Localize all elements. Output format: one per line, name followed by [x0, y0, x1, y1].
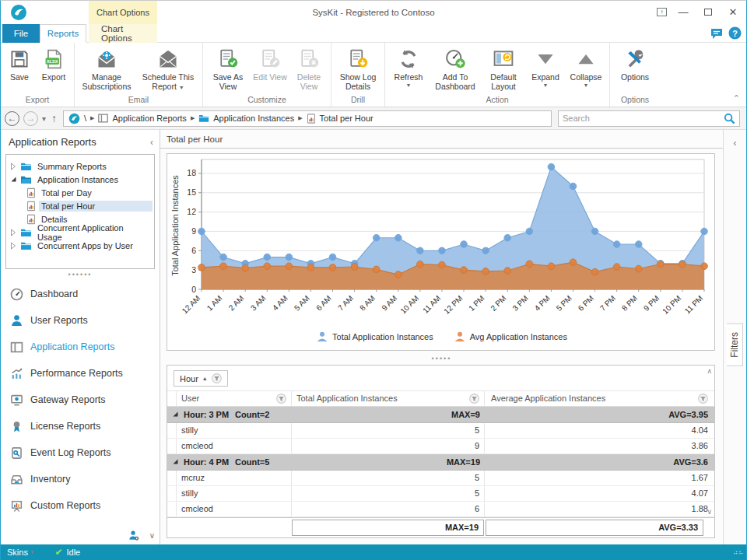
sort-asc-icon: ▲: [202, 376, 208, 381]
group-collapse-icon[interactable]: [172, 458, 179, 465]
series-marker-icon: [316, 331, 328, 342]
nav-item-performance-reports[interactable]: Performance Reports: [1, 360, 160, 387]
group-row-4pm[interactable]: Hour: 4 PM Count=5 MAX=19 AVG=3.6: [167, 454, 714, 471]
tree-item-concurrent-application-usage[interactable]: Concurrent Application Usage: [9, 226, 153, 239]
up-button[interactable]: ↑: [51, 112, 57, 124]
show-log-details-button[interactable]: Show Log Details: [334, 47, 382, 92]
rail-collapse-chevron-icon[interactable]: ‹: [724, 130, 746, 149]
refresh-button[interactable]: Refresh ▼: [388, 47, 430, 88]
svg-text:4 PM: 4 PM: [533, 294, 552, 313]
default-layout-button[interactable]: Default Layout: [481, 47, 526, 92]
schedule-this-report-button[interactable]: Schedule This Report ▼: [136, 47, 200, 92]
tree-item-total-per-hour[interactable]: Total per Hour: [9, 199, 153, 212]
filters-tab[interactable]: Filters: [727, 324, 743, 366]
table-scroll-down-icon[interactable]: ∨: [707, 508, 712, 516]
nav-item-inventory[interactable]: Inventory: [1, 466, 160, 492]
export-button[interactable]: XLSX Export: [36, 47, 72, 82]
nav-item-dashboard[interactable]: Dashboard: [1, 281, 160, 307]
expand-button[interactable]: Expand ▼: [526, 47, 565, 88]
nav-item-gateway-reports[interactable]: Gateway Reports: [1, 387, 160, 413]
breadcrumb-item[interactable]: Application Reports: [112, 114, 186, 123]
tab-file[interactable]: File: [2, 24, 40, 43]
tree-item-concurrent-apps-by-user[interactable]: Concurrent Apps by User: [9, 239, 153, 252]
group-row-3pm[interactable]: Hour: 3 PM Count=2 MAX=9 AVG=3.95: [167, 407, 714, 423]
user-icon: [10, 314, 23, 327]
save-button[interactable]: Save: [3, 47, 36, 82]
document-x-icon: [298, 48, 320, 70]
filter-icon[interactable]: [212, 373, 222, 383]
collapse-ribbon-chevron-icon[interactable]: ⌃: [733, 93, 740, 103]
tab-chart-options[interactable]: Chart Options: [89, 24, 157, 43]
svg-text:9: 9: [191, 226, 196, 236]
skins-button[interactable]: Skins ▾: [7, 548, 33, 557]
expand-dropdown-caret: ▼: [543, 82, 549, 88]
tree-expand-icon[interactable]: [9, 229, 17, 236]
panel-collapse-chevron-icon[interactable]: ‹: [150, 137, 153, 148]
tree-item-application-instances[interactable]: Application Instances: [9, 173, 153, 186]
tree-item-total-per-day[interactable]: Total per Day: [9, 186, 153, 199]
sidebar-splitter[interactable]: ••••••: [1, 273, 160, 277]
svg-text:9 PM: 9 PM: [642, 294, 661, 313]
nav-item-event-log-reports[interactable]: Event Log Reports: [1, 439, 160, 466]
back-button[interactable]: ←: [5, 111, 19, 126]
search-input[interactable]: [563, 114, 724, 123]
collapse-button[interactable]: Collapse ▼: [565, 47, 607, 88]
filter-icon[interactable]: [698, 394, 708, 404]
ribbon-group-options: Options Options: [610, 43, 660, 107]
resize-grip[interactable]: ⠴⠦: [733, 549, 744, 556]
svg-text:2 AM: 2 AM: [227, 294, 246, 313]
add-to-dashboard-button[interactable]: Add To Dashboard: [430, 47, 481, 92]
group-collapse-icon[interactable]: [172, 411, 179, 418]
nav-item-application-reports[interactable]: Application Reports: [1, 334, 160, 360]
edit-view-button[interactable]: Edit View: [251, 47, 289, 82]
folder-icon: [20, 162, 32, 171]
delete-view-button[interactable]: Delete View: [289, 47, 328, 92]
nav-item-custom-reports[interactable]: Custom Reports: [1, 492, 160, 519]
legend-item-avg[interactable]: Avg Application Instances: [454, 331, 567, 342]
badge-icon: [10, 420, 23, 433]
maximize-button[interactable]: [700, 5, 717, 19]
breadcrumb[interactable]: \ ▶ Application Reports ▶ Application In…: [63, 110, 552, 127]
tree-expand-icon[interactable]: [9, 242, 17, 250]
breadcrumb-item[interactable]: Application Instances: [213, 114, 294, 123]
help-icon[interactable]: ?: [728, 26, 742, 40]
forward-button[interactable]: →: [23, 111, 38, 126]
table-row[interactable]: mcruz 5 1.67: [167, 471, 714, 486]
history-dropdown-caret[interactable]: ▾: [42, 114, 46, 123]
column-header-average[interactable]: Average Application Instances: [485, 391, 714, 406]
panel-splitter[interactable]: •••••: [160, 355, 723, 362]
table-row[interactable]: cmcleod 6 1.88: [167, 502, 714, 517]
table-row[interactable]: stilly 5 4.04: [167, 423, 714, 439]
legend-item-total[interactable]: Total Application Instances: [316, 331, 433, 342]
search-icon[interactable]: [724, 113, 735, 124]
minimize-button[interactable]: —: [675, 5, 692, 19]
tree-item-summary-reports[interactable]: Summary Reports: [9, 159, 153, 173]
contextual-tab-header: Chart Options: [89, 1, 157, 24]
table-row[interactable]: stilly 5 4.07: [167, 486, 714, 502]
collapse-ribbon-icon[interactable]: ↑: [657, 8, 667, 16]
table-header-row: User Total Application Instances Average…: [167, 391, 714, 407]
filter-icon[interactable]: [469, 394, 479, 404]
save-as-view-button[interactable]: Save As View: [205, 47, 251, 92]
tree-collapse-icon[interactable]: [9, 176, 17, 183]
sidebar-overflow-chevron-icon[interactable]: ∨: [149, 531, 155, 540]
table-row[interactable]: cmcleod 9 3.86: [167, 439, 714, 454]
ribbon-group-action: Refresh ▼ Add To Dashboard Default Layou…: [385, 43, 610, 107]
nav-item-user-reports[interactable]: User Reports: [1, 307, 160, 334]
options-button[interactable]: Options: [612, 47, 658, 82]
group-by-chip[interactable]: Hour ▲: [174, 370, 228, 387]
column-header-total[interactable]: Total Application Instances: [292, 391, 485, 406]
column-header-user[interactable]: User: [177, 391, 292, 406]
user-settings-icon[interactable]: [128, 530, 140, 541]
tab-reports[interactable]: Reports: [40, 24, 86, 43]
close-button[interactable]: ✕: [724, 5, 742, 19]
filter-icon[interactable]: [276, 394, 286, 404]
table-scroll-up-icon[interactable]: ∧: [707, 367, 712, 375]
breadcrumb-item[interactable]: Total per Hour: [320, 114, 374, 123]
manage-subscriptions-button[interactable]: Manage Subscriptions: [77, 47, 136, 92]
search-box[interactable]: [558, 110, 740, 127]
table-footer: MAX=19 AVG=3.33: [167, 517, 714, 537]
feedback-icon[interactable]: [710, 27, 724, 40]
nav-item-license-reports[interactable]: License Reports: [1, 413, 160, 439]
tree-expand-icon[interactable]: [9, 163, 17, 170]
